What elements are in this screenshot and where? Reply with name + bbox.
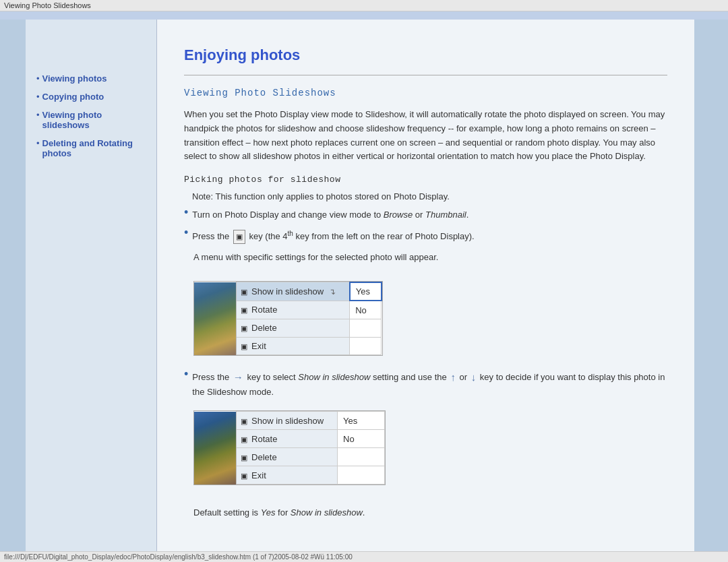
table-cell: ▣ Rotate bbox=[236, 430, 338, 448]
left-panel bbox=[0, 20, 26, 558]
table-cell: ▣ Exit bbox=[236, 337, 350, 355]
table-cell: ▣ Show in slideshow bbox=[236, 412, 338, 430]
menu-icon: ▣ bbox=[241, 472, 247, 480]
menu-icon: ▣ bbox=[241, 306, 247, 314]
table-value-cell bbox=[338, 466, 385, 485]
intro-paragraph: When you set the Photo Display view mode… bbox=[184, 108, 667, 164]
menu-table-2-container: ▣ Show in slideshow Yes ▣ Rotate No bbox=[193, 410, 386, 485]
menu-icon: ▣ bbox=[241, 324, 247, 332]
bullet-3-text: Press the → key to select Show in slides… bbox=[192, 370, 667, 398]
page-title: Enjoying photos bbox=[184, 46, 667, 64]
browse-italic: Browse bbox=[384, 210, 413, 220]
sidebar-item-copying-photo[interactable]: • Copying photo bbox=[36, 92, 146, 102]
table-row: ▣ Show in slideshow Yes bbox=[194, 412, 385, 430]
sidebar-link-viewing-slideshows[interactable]: Viewing photo slideshows bbox=[42, 110, 146, 130]
sidebar-link-deleting-rotating[interactable]: Deleting and Rotating photos bbox=[42, 138, 146, 158]
menu-icon: ▣ bbox=[241, 454, 247, 462]
right-arrow-icon: → bbox=[233, 370, 243, 385]
bullet-1-text: Turn on Photo Display and change view mo… bbox=[192, 208, 468, 222]
down-arrow-icon: ↓ bbox=[471, 370, 477, 385]
table-value-cell: Yes bbox=[350, 282, 382, 301]
thumbnail-italic: Thumbnail bbox=[425, 210, 466, 220]
main-content: Enjoying photos Viewing Photo Slideshows… bbox=[157, 20, 694, 558]
bullet-item-3: • Press the → key to select Show in slid… bbox=[184, 370, 667, 398]
bullet-item-2: • Press the ▣ key (the 4th key from the … bbox=[184, 228, 667, 244]
default-note-italic-2: Show in slideshow bbox=[291, 507, 363, 518]
status-bar: file:///D|/EDFU/Digital_photo_Display/ed… bbox=[0, 551, 728, 562]
up-arrow-icon: ↑ bbox=[450, 370, 456, 385]
sidebar: • Viewing photos • Copying photo • Viewi… bbox=[26, 20, 157, 558]
bullet-2-text: Press the ▣ key (the 4th key from the le… bbox=[192, 228, 474, 244]
right-panel bbox=[694, 20, 728, 558]
section-title: Viewing Photo Slideshows bbox=[184, 88, 667, 98]
table-value-cell: No bbox=[338, 430, 385, 448]
table-value-cell bbox=[350, 319, 382, 337]
title-bar-text: Viewing Photo Slideshows bbox=[4, 1, 91, 9]
photo-thumbnail-2 bbox=[194, 412, 236, 485]
divider bbox=[184, 75, 667, 75]
menu-table-2: ▣ Show in slideshow Yes ▣ Rotate No bbox=[194, 411, 385, 485]
title-bar: Viewing Photo Slideshows bbox=[0, 0, 728, 11]
default-note-text-3: . bbox=[363, 507, 365, 518]
table-cell: ▣ Delete bbox=[236, 448, 338, 466]
show-in-slideshow-italic: Show in slideshow bbox=[298, 372, 370, 382]
table-value-cell: Yes bbox=[338, 412, 385, 430]
menu-icon: ▣ bbox=[241, 288, 247, 296]
sidebar-item-viewing-photos[interactable]: • Viewing photos bbox=[36, 73, 146, 84]
bullet-dot-3: • bbox=[184, 368, 188, 380]
bullet-item-1: • Turn on Photo Display and change view … bbox=[184, 208, 667, 222]
default-note-text-1: Default setting is bbox=[193, 507, 258, 518]
menu-icon: ▣ bbox=[241, 435, 247, 443]
table-value-cell bbox=[338, 448, 385, 466]
menu-table-1-container: ▣ Show in slideshow ↴ Yes ▣ Rotate No bbox=[193, 281, 383, 356]
table-row: ▣ Show in slideshow ↴ Yes bbox=[194, 282, 382, 301]
bullet-dot-1: • bbox=[184, 206, 188, 218]
table-cell: ▣ Delete bbox=[236, 319, 350, 337]
photo-thumbnail-1 bbox=[194, 282, 236, 355]
key-icon: ▣ bbox=[233, 230, 245, 244]
bullet-icon: • bbox=[36, 92, 40, 102]
menu-caption: A menu with specific settings for the se… bbox=[193, 251, 667, 265]
arrow-indicator: ↴ bbox=[329, 287, 336, 296]
default-note-italic-1: Yes bbox=[261, 507, 276, 518]
menu-icon: ▣ bbox=[241, 342, 247, 350]
default-note-text-2: for bbox=[278, 507, 288, 518]
sidebar-link-viewing-photos[interactable]: Viewing photos bbox=[42, 73, 107, 84]
table-cell: ▣ Rotate bbox=[236, 301, 350, 319]
menu-table-1: ▣ Show in slideshow ↴ Yes ▣ Rotate No bbox=[194, 282, 382, 356]
sub-heading-picking: Picking photos for slideshow bbox=[184, 175, 667, 185]
bullet-dot-2: • bbox=[184, 226, 188, 239]
note-text: Note: This function only applies to phot… bbox=[192, 191, 667, 201]
sidebar-item-deleting-rotating[interactable]: • Deleting and Rotating photos bbox=[36, 138, 146, 158]
menu-icon: ▣ bbox=[241, 417, 247, 425]
page-wrapper: Viewing Photo Slideshows • Viewing photo… bbox=[0, 0, 728, 562]
bullet-icon: • bbox=[36, 138, 40, 148]
table-cell: ▣ Exit bbox=[236, 466, 338, 485]
bullet-icon: • bbox=[36, 110, 40, 120]
table-cell: ▣ Show in slideshow ↴ bbox=[236, 282, 350, 301]
table-value-cell: No bbox=[350, 301, 382, 319]
default-note: Default setting is Yes for Show in slide… bbox=[193, 506, 667, 520]
table-value-cell bbox=[350, 337, 382, 355]
sidebar-item-viewing-slideshows[interactable]: • Viewing photo slideshows bbox=[36, 110, 146, 130]
sidebar-link-copying-photo[interactable]: Copying photo bbox=[42, 92, 104, 102]
bullet-icon: • bbox=[36, 73, 40, 84]
status-bar-text: file:///D|/EDFU/Digital_photo_Display/ed… bbox=[4, 553, 353, 561]
